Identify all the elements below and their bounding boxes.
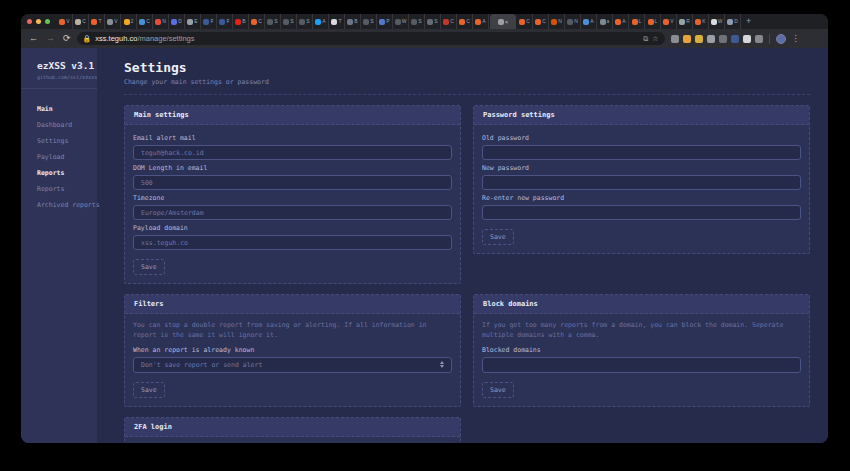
pinned-tab[interactable]: F bbox=[201, 14, 217, 29]
old-password-input[interactable] bbox=[482, 145, 801, 160]
close-window-button[interactable] bbox=[27, 19, 32, 24]
tab-favicon bbox=[711, 19, 717, 25]
pinned-tab[interactable]: S bbox=[361, 14, 377, 29]
timezone-input[interactable] bbox=[133, 205, 452, 220]
pinned-tab[interactable]: a bbox=[597, 14, 613, 29]
tab-favicon bbox=[459, 19, 465, 25]
filters-save-button[interactable]: Save bbox=[133, 382, 165, 398]
pinned-tab[interactable]: 2 bbox=[121, 14, 137, 29]
page-subtitle: Change your main settings or password bbox=[124, 78, 810, 86]
pinned-tab[interactable]: A bbox=[613, 14, 629, 29]
extension-icon[interactable] bbox=[731, 35, 739, 43]
extension-icon[interactable] bbox=[683, 35, 691, 43]
extension-icon[interactable] bbox=[671, 35, 679, 43]
pinned-tab[interactable]: C bbox=[137, 14, 153, 29]
pinned-tab[interactable]: V bbox=[105, 14, 121, 29]
tab-favicon bbox=[727, 19, 733, 25]
dom-length-input[interactable] bbox=[133, 175, 452, 190]
pinned-tab[interactable]: C bbox=[73, 14, 89, 29]
side-panel-icon[interactable]: ⧉ bbox=[643, 35, 648, 42]
tab-title-letter: N bbox=[574, 19, 578, 24]
pinned-tab[interactable]: S bbox=[281, 14, 297, 29]
tab-title-letter: K bbox=[702, 19, 705, 24]
tab-favicon bbox=[567, 19, 573, 25]
pinned-tab[interactable]: C bbox=[517, 14, 533, 29]
pinned-tab[interactable]: A bbox=[313, 14, 329, 29]
tab-title-letter: B bbox=[354, 19, 357, 24]
pinned-tab[interactable]: S bbox=[409, 14, 425, 29]
panel-main-settings-title: Main settings bbox=[125, 106, 460, 125]
pinned-tab[interactable]: A bbox=[581, 14, 597, 29]
back-icon[interactable]: ← bbox=[27, 34, 40, 43]
pinned-tab[interactable]: C bbox=[533, 14, 549, 29]
pinned-tab[interactable]: B bbox=[233, 14, 249, 29]
email-alert-input[interactable] bbox=[133, 145, 452, 160]
pinned-tab[interactable]: B bbox=[345, 14, 361, 29]
pinned-tab[interactable]: V bbox=[661, 14, 677, 29]
main-settings-save-button[interactable]: Save bbox=[133, 259, 165, 275]
tab-strip: VCTV2CNDEFFBCSSSATBSPWSSCCA×CCNNAaALLVRK… bbox=[21, 14, 828, 29]
pinned-tab[interactable]: T bbox=[89, 14, 105, 29]
pinned-tab[interactable]: N bbox=[549, 14, 565, 29]
pinned-tab[interactable]: L bbox=[645, 14, 661, 29]
pinned-tab[interactable]: S bbox=[297, 14, 313, 29]
pinned-tab[interactable]: C bbox=[249, 14, 265, 29]
new-password-input[interactable] bbox=[482, 175, 801, 190]
pinned-tab[interactable]: K bbox=[693, 14, 709, 29]
url-text[interactable]: xss.teguh.co/manage/settings bbox=[95, 34, 194, 43]
password-save-button[interactable]: Save bbox=[482, 229, 514, 245]
pinned-tab[interactable]: V bbox=[57, 14, 73, 29]
url-path: /manage/settings bbox=[137, 34, 194, 43]
bookmark-star-icon[interactable]: ☆ bbox=[652, 35, 658, 42]
pinned-tab[interactable]: D bbox=[169, 14, 185, 29]
tab-title-letter: D bbox=[178, 19, 182, 24]
sidebar-item-reports[interactable]: Reports bbox=[37, 185, 97, 193]
forward-icon[interactable]: → bbox=[44, 34, 57, 43]
extension-icon[interactable] bbox=[707, 35, 715, 43]
payload-domain-input[interactable] bbox=[133, 235, 452, 250]
tab-title-letter: V bbox=[114, 19, 117, 24]
extension-icon[interactable] bbox=[695, 35, 703, 43]
pinned-tab[interactable]: N bbox=[153, 14, 169, 29]
new-tab-button[interactable]: + bbox=[741, 17, 756, 26]
blocked-domains-input[interactable] bbox=[482, 357, 801, 373]
zoom-window-button[interactable] bbox=[45, 19, 50, 24]
pinned-tab[interactable]: A bbox=[473, 14, 489, 29]
sidebar-item-dashboard[interactable]: Dashboard bbox=[37, 121, 97, 129]
pinned-tab[interactable]: W bbox=[393, 14, 409, 29]
minimize-window-button[interactable] bbox=[36, 19, 41, 24]
pinned-tab[interactable]: D bbox=[725, 14, 741, 29]
pinned-tab[interactable]: C bbox=[457, 14, 473, 29]
extension-icon[interactable] bbox=[719, 35, 727, 43]
browser-menu-icon[interactable]: ⋮ bbox=[790, 35, 802, 43]
known-report-select[interactable]: Don't save report or send alert bbox=[133, 357, 452, 373]
pinned-tab[interactable]: R bbox=[677, 14, 693, 29]
tab-close-icon[interactable]: × bbox=[505, 19, 509, 25]
pinned-tab[interactable]: P bbox=[377, 14, 393, 29]
pinned-tab[interactable]: S bbox=[425, 14, 441, 29]
reload-icon[interactable]: ⟳ bbox=[61, 34, 73, 43]
active-tab[interactable]: × bbox=[490, 14, 516, 29]
pinned-tab[interactable]: S bbox=[265, 14, 281, 29]
pinned-tab[interactable]: W bbox=[709, 14, 725, 29]
sidebar-item-archived-reports[interactable]: Archived reports bbox=[37, 201, 97, 209]
tab-title-letter: A bbox=[322, 19, 325, 24]
pinned-tab[interactable]: L bbox=[629, 14, 645, 29]
profile-avatar[interactable] bbox=[776, 34, 786, 44]
reenter-password-input[interactable] bbox=[482, 205, 801, 220]
pinned-tab[interactable]: T bbox=[329, 14, 345, 29]
tab-favicon bbox=[124, 19, 130, 25]
pinned-tab[interactable]: F bbox=[217, 14, 233, 29]
timezone-label: Timezone bbox=[133, 194, 452, 202]
sidebar-item-settings[interactable]: Settings bbox=[37, 137, 97, 145]
pinned-tab[interactable]: C bbox=[441, 14, 457, 29]
address-bar[interactable]: 🔒 xss.teguh.co/manage/settings ⧉ ☆ bbox=[77, 32, 665, 45]
extension-icon[interactable] bbox=[755, 35, 763, 43]
sidebar-item-payload[interactable]: Payload bbox=[37, 153, 97, 161]
extension-icon[interactable] bbox=[743, 35, 751, 43]
tab-favicon bbox=[519, 19, 525, 25]
tab-favicon bbox=[107, 19, 113, 25]
pinned-tab[interactable]: N bbox=[565, 14, 581, 29]
block-domains-save-button[interactable]: Save bbox=[482, 382, 514, 398]
pinned-tab[interactable]: E bbox=[185, 14, 201, 29]
